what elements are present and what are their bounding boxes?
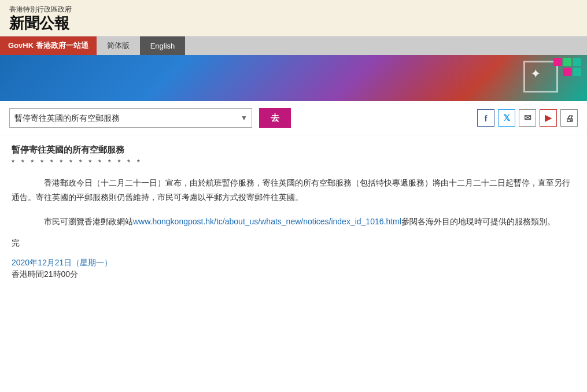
header-subtitle: 香港特別行政區政府 <box>9 5 578 14</box>
banner: ✦ <box>0 55 587 101</box>
twitter-icon[interactable]: 𝕏 <box>498 109 515 127</box>
email-icon[interactable]: ✉ <box>519 109 536 127</box>
header-title: 新聞公報 <box>9 14 578 32</box>
end-mark: 完 <box>12 238 575 249</box>
toolbar: 暫停寄往英國的所有空郵服務 ▼ 去 f 𝕏 ✉ ▶ 🖨 <box>0 101 587 135</box>
paragraph-1: 香港郵政今日（十二月二十一日）宣布，由於航班暫停服務，寄往英國的所有空郵服務（包… <box>12 176 575 205</box>
nav-english[interactable]: English <box>140 36 186 55</box>
youtube-icon[interactable]: ▶ <box>540 109 557 127</box>
social-icons: f 𝕏 ✉ ▶ 🖨 <box>477 109 578 127</box>
facebook-icon[interactable]: f <box>477 109 494 127</box>
dropdown-wrapper: 暫停寄往英國的所有空郵服務 ▼ <box>9 108 252 128</box>
go-button[interactable]: 去 <box>259 108 291 128</box>
banner-sq-1 <box>553 58 562 66</box>
paragraph-2: 市民可瀏覽香港郵政網站www.hongkongpost.hk/tc/about_… <box>12 215 575 229</box>
banner-sq-5 <box>563 68 571 76</box>
nav-bar: GovHK 香港政府一站通 简体版 English <box>0 36 587 55</box>
date-line: 2020年12月21日（星期一） <box>12 258 575 268</box>
header: 香港特別行政區政府 新聞公報 <box>0 0 587 36</box>
time-line: 香港時間21時00分 <box>12 269 575 280</box>
banner-border-decoration <box>523 61 558 93</box>
nav-simplified[interactable]: 简体版 <box>97 36 140 55</box>
asterisks-divider: * * * * * * * * * * * * * * <box>12 158 575 167</box>
banner-sq-2 <box>563 58 571 66</box>
press-title: 暫停寄往英國的所有空郵服務 <box>12 145 575 156</box>
press-release-dropdown[interactable]: 暫停寄往英國的所有空郵服務 <box>9 108 252 128</box>
paragraph-2-after-link: 參閱各海外目的地現時可提供的服務類別。 <box>401 217 555 226</box>
banner-squares <box>553 58 581 76</box>
hongkongpost-link[interactable]: www.hongkongpost.hk/tc/about_us/whats_ne… <box>133 217 401 226</box>
print-icon[interactable]: 🖨 <box>560 109 578 127</box>
banner-sq-4 <box>553 68 562 76</box>
paragraph-2-before-link: 市民可瀏覽香港郵政網站 <box>28 217 133 226</box>
banner-sq-6 <box>573 68 581 76</box>
banner-sq-3 <box>573 58 581 66</box>
content-area: 暫停寄往英國的所有空郵服務 * * * * * * * * * * * * * … <box>0 135 587 289</box>
nav-govhk[interactable]: GovHK 香港政府一站通 <box>0 36 97 55</box>
